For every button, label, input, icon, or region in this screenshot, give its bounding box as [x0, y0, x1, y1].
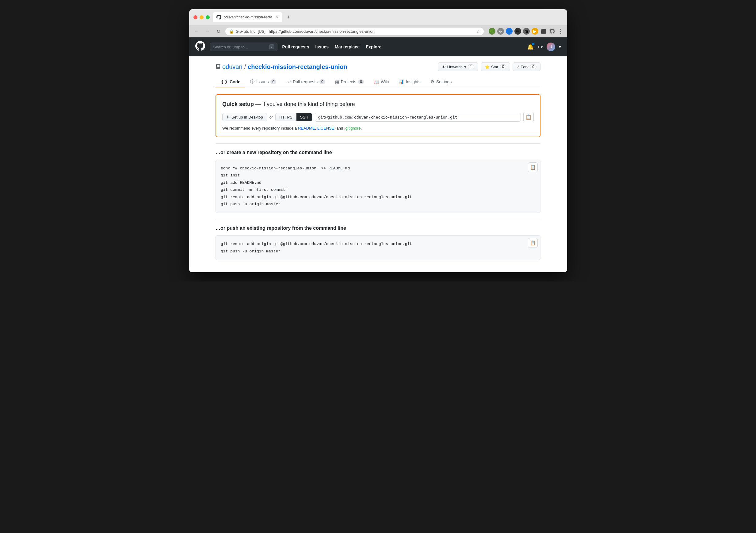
active-tab[interactable]: oduvan/checkio-mission-recta ✕	[213, 12, 283, 22]
push-cmd-line-1: git remote add origin git@github.com:odu…	[221, 241, 535, 247]
repo-tabs: ❪❫ Code ⓘ Issues 0 ⎇ Pull requests 0 ▦ P…	[216, 76, 540, 88]
tab-insights[interactable]: 📊 Insights	[393, 76, 425, 88]
extension-icon-5[interactable]: ◑	[523, 28, 530, 35]
ssh-button[interactable]: SSH	[296, 113, 312, 121]
forward-button[interactable]: →	[203, 27, 212, 36]
insights-tab-label: Insights	[406, 79, 420, 84]
tab-wiki[interactable]: 📖 Wiki	[369, 76, 393, 88]
pull-requests-tab-count: 0	[319, 79, 325, 84]
repo-title: oduvan / checkio-mission-rectangles-unio…	[216, 63, 347, 70]
fork-label: Fork	[521, 64, 528, 69]
unwatch-button[interactable]: 👁 Unwatch ▾ 1	[438, 63, 478, 71]
extension-icon-2[interactable]: ⚙	[497, 28, 504, 35]
bookmark-icon[interactable]: ☆	[476, 29, 480, 34]
minimize-button[interactable]	[200, 15, 203, 19]
tab-title: oduvan/checkio-mission-recta	[224, 15, 273, 19]
readme-hint-text: We recommend every repository include a	[222, 126, 297, 131]
repo-separator: /	[244, 63, 246, 70]
unwatch-count: 1	[468, 64, 474, 69]
nav-issues[interactable]: Issues	[315, 44, 329, 49]
quick-setup-title-bold: Quick setup	[222, 101, 254, 107]
notifications-bell-icon[interactable]: 🔔	[527, 43, 534, 50]
extension-icon-3[interactable]: 👤	[506, 28, 513, 35]
push-existing-section: …or push an existing repository from the…	[216, 219, 540, 266]
wiki-tab-label: Wiki	[381, 79, 389, 84]
fork-button[interactable]: ⑂ Fork 0	[513, 63, 540, 71]
star-button[interactable]: ⭐ Star 0	[481, 63, 510, 71]
settings-tab-label: Settings	[436, 79, 452, 84]
fork-icon: ⑂	[517, 64, 519, 69]
url-text: GitHub, Inc. [US] | https://github.com/o…	[236, 29, 375, 34]
cmd-line-1: echo "# checkio-mission-rectangles-union…	[221, 165, 535, 172]
projects-tab-label: Projects	[341, 79, 357, 84]
nav-explore[interactable]: Explore	[366, 44, 381, 49]
tab-projects[interactable]: ▦ Projects 0	[330, 76, 369, 88]
gitignore-link[interactable]: .gitignore	[344, 126, 361, 131]
copy-cmd-button[interactable]: 📋	[528, 162, 538, 172]
nav-pull-requests[interactable]: Pull requests	[283, 44, 309, 49]
search-bar[interactable]: Search or jump to... /	[210, 42, 278, 51]
cmd-line-6: git push -u origin master	[221, 201, 535, 208]
license-link[interactable]: LICENSE	[317, 126, 335, 131]
copy-push-button[interactable]: 📋	[528, 238, 538, 248]
cmd-line-section: …or create a new repository on the comma…	[216, 143, 540, 219]
pull-requests-tab-icon: ⎇	[286, 79, 291, 84]
tab-issues[interactable]: ⓘ Issues 0	[245, 76, 281, 88]
repo-owner-link[interactable]: oduvan	[222, 63, 242, 70]
github-logo-icon[interactable]	[195, 41, 205, 53]
repo-header: oduvan / checkio-mission-rectangles-unio…	[216, 63, 540, 71]
copy-url-button[interactable]: 📋	[523, 112, 534, 122]
nav-marketplace[interactable]: Marketplace	[335, 44, 360, 49]
setup-in-desktop-button[interactable]: ⬇ Set up in Desktop	[222, 113, 267, 121]
tab-close-icon[interactable]: ✕	[276, 15, 279, 19]
tab-settings[interactable]: ⚙ Settings	[425, 76, 457, 88]
quick-setup-title-rest: — if you've done this kind of thing befo…	[256, 101, 355, 107]
back-button[interactable]: ←	[192, 27, 201, 36]
address-bar[interactable]: 🔒 GitHub, Inc. [US] | https://github.com…	[225, 28, 484, 35]
push-existing-block: 📋 git remote add origin git@github.com:o…	[216, 235, 540, 260]
tab-bar: oduvan/checkio-mission-recta ✕ +	[213, 12, 563, 22]
user-dropdown-icon[interactable]: ▾	[559, 44, 561, 49]
quick-setup-box: Quick setup — if you've done this kind o…	[216, 94, 540, 137]
repo-name-link[interactable]: checkio-mission-rectangles-union	[248, 63, 347, 70]
user-avatar-icon[interactable]	[549, 28, 555, 35]
more-options-icon[interactable]: ⋮	[557, 28, 564, 35]
extension-icon-7[interactable]: ⬛	[540, 28, 547, 35]
fullscreen-button[interactable]	[206, 15, 210, 19]
quick-setup-title: Quick setup — if you've done this kind o…	[222, 101, 534, 108]
browser-window: oduvan/checkio-mission-recta ✕ + ← → ↻ 🔒…	[189, 9, 567, 272]
pull-requests-tab-label: Pull requests	[293, 79, 318, 84]
copy-push-icon: 📋	[530, 240, 536, 246]
star-icon: ⭐	[485, 64, 490, 69]
github-header-right: 🔔 + ▾ U ▾	[527, 42, 561, 51]
browser-addressbar: ← → ↻ 🔒 GitHub, Inc. [US] | https://gith…	[189, 25, 567, 38]
issues-tab-count: 0	[270, 79, 276, 84]
repo-content: oduvan / checkio-mission-rectangles-unio…	[209, 56, 547, 272]
browser-toolbar-icons: 🌿 ⚙ 👤 ✏ ◑ ▶ ⬛ ⋮	[489, 28, 564, 35]
new-tab-button[interactable]: +	[284, 13, 293, 21]
user-avatar[interactable]: U	[547, 42, 555, 51]
new-item-button[interactable]: + ▾	[537, 45, 543, 49]
github-page: Search or jump to... / Pull requests Iss…	[189, 38, 567, 272]
wiki-tab-icon: 📖	[374, 79, 379, 84]
github-nav: Pull requests Issues Marketplace Explore	[283, 44, 382, 49]
extension-icon-4[interactable]: ✏	[514, 28, 521, 35]
close-button[interactable]	[194, 15, 198, 19]
readme-link[interactable]: README	[298, 126, 315, 131]
star-label: Star	[491, 64, 499, 69]
tab-code[interactable]: ❪❫ Code	[216, 76, 245, 88]
unwatch-dropdown-icon: ▾	[464, 64, 466, 69]
tab-pull-requests[interactable]: ⎇ Pull requests 0	[281, 76, 330, 88]
reload-button[interactable]: ↻	[214, 27, 223, 36]
projects-tab-count: 0	[358, 79, 364, 84]
git-url-input[interactable]	[315, 113, 521, 122]
url-row: ⬇ Set up in Desktop or HTTPS SSH 📋	[222, 112, 534, 122]
code-tab-label: Code	[230, 79, 240, 84]
https-button[interactable]: HTTPS	[276, 113, 296, 121]
traffic-lights	[194, 15, 210, 19]
cmd-line-2: git init	[221, 172, 535, 179]
extension-icon-1[interactable]: 🌿	[489, 28, 496, 35]
desktop-icon: ⬇	[226, 115, 230, 119]
cmd-line-block: 📋 echo "# checkio-mission-rectangles-uni…	[216, 160, 540, 213]
extension-icon-6[interactable]: ▶	[531, 28, 538, 35]
